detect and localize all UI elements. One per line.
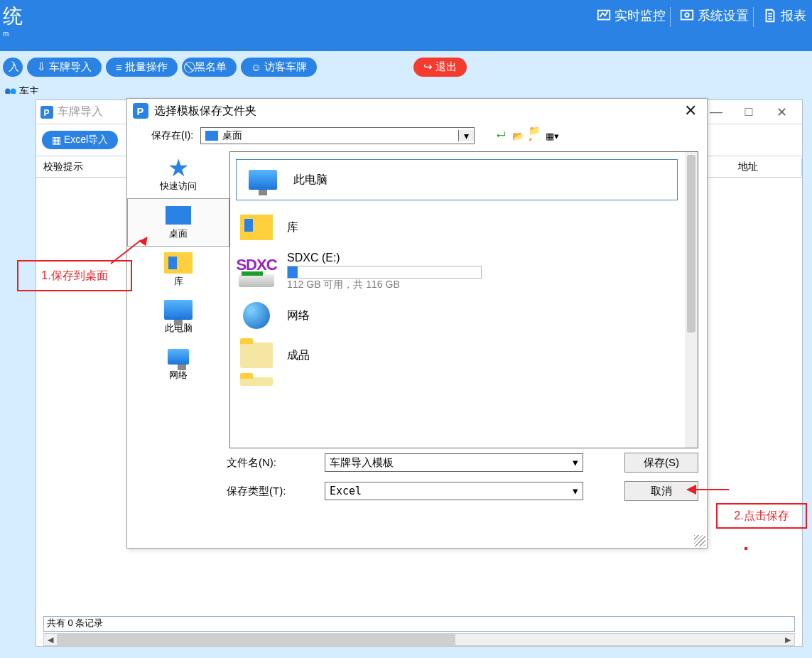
annotation-dot (745, 547, 747, 550)
annotation-text: 2.点击保存 (734, 509, 789, 524)
monitor-icon (242, 164, 283, 195)
menu-realtime-monitor[interactable]: 实时监控 (596, 7, 666, 24)
scroll-left-arrow[interactable]: ◀ (44, 635, 57, 644)
menu-label: 报表 (781, 7, 806, 24)
nav-icon-group: ⮠ 📂 📁* ▦▾ (494, 130, 558, 141)
app-header: 统 m 实时监控 系统设置 报表 (0, 0, 812, 51)
item-label: SDXC (E:) (287, 252, 482, 264)
scroll-thumb[interactable] (57, 634, 455, 645)
excel-import-button[interactable]: ▦ Excel导入 (42, 131, 118, 149)
title-text: 统 (3, 5, 23, 27)
list-icon: ≡ (116, 61, 122, 73)
button-label: Excel导入 (64, 134, 108, 146)
storage-bar (287, 266, 482, 279)
dialog-title: 选择模板保存文件夹 (154, 104, 256, 119)
pill-label: 批量操作 (125, 60, 168, 74)
save-in-value: 桌面 (222, 129, 458, 142)
settings-grid-icon (679, 8, 695, 23)
filename-input[interactable]: 车牌导入模板 ▾ (325, 453, 583, 472)
up-folder-icon[interactable]: 📂 (511, 130, 524, 141)
new-folder-icon[interactable]: 📁* (529, 130, 541, 141)
place-this-pc[interactable]: 此电脑 (127, 293, 229, 340)
pill-visitor[interactable]: ☺ 访客车牌 (241, 58, 317, 77)
place-label: 快速访问 (160, 180, 197, 193)
divider (670, 7, 671, 27)
pill-label: 黑名单 (195, 60, 227, 74)
exit-icon: ↪ (423, 60, 433, 73)
pill-exit[interactable]: ↪ 退出 (413, 58, 467, 77)
item-truncated[interactable] (230, 375, 698, 388)
view-menu-icon[interactable]: ▦▾ (546, 130, 558, 141)
svg-text:P: P (137, 106, 144, 117)
monitor-icon (163, 298, 194, 322)
star-icon: ★ (163, 156, 194, 180)
filetype-value: Excel (330, 485, 362, 497)
item-label: 网络 (287, 308, 310, 323)
item-product-folder[interactable]: 成品 (230, 335, 698, 375)
globe-icon (236, 300, 277, 331)
item-sdxc-drive[interactable]: SDXC SDXC (E:) 112 GB 可用，共 116 GB (230, 247, 698, 296)
filetype-select[interactable]: Excel ▾ (325, 482, 583, 500)
places-bar: ★ 快速访问 桌面 库 此电脑 网络 (127, 151, 229, 448)
sdxc-drive-icon: SDXC (236, 256, 277, 287)
save-in-combo[interactable]: 桌面 ▾ (200, 127, 475, 144)
place-libraries[interactable]: 库 (127, 247, 229, 293)
parking-logo-icon: P (40, 106, 53, 119)
download-icon: ⇩ (37, 60, 46, 73)
network-icon (163, 345, 194, 369)
item-libraries[interactable]: 库 (230, 207, 698, 247)
chevron-down-icon[interactable]: ▾ (573, 485, 578, 497)
document-icon (762, 8, 778, 23)
save-template-dialog: P 选择模板保存文件夹 ✕ 保存在(I): 桌面 ▾ ⮠ 📂 📁* ▦▾ ★ (126, 98, 708, 549)
annotation-save-to-desktop: 1.保存到桌面 (17, 260, 132, 291)
menu-report[interactable]: 报表 (762, 7, 806, 24)
item-label: 库 (287, 220, 298, 235)
record-count-footer: 共有 0 条记录 (43, 616, 795, 632)
desktop-icon (205, 131, 218, 141)
pill-batch[interactable]: ≡ 批量操作 (106, 58, 178, 77)
place-quick-access[interactable]: ★ 快速访问 (127, 151, 229, 198)
dialog-close-button[interactable]: ✕ (680, 102, 701, 120)
filetype-row: 保存类型(T): Excel ▾ 取消 (127, 477, 707, 505)
pill-blacklist[interactable]: ⃠ 黑名单 (182, 58, 237, 77)
svg-rect-1 (681, 11, 693, 20)
app-title-fragment: 统 m (3, 3, 23, 38)
desktop-icon (163, 203, 194, 227)
item-this-pc[interactable]: 此电脑 (236, 159, 678, 200)
pill-unknown-first[interactable]: 入 (3, 58, 23, 77)
save-button[interactable]: 保存(S) (624, 453, 698, 473)
chart-icon (596, 8, 612, 23)
col-check[interactable]: 校验提示 (36, 158, 129, 176)
pill-plate-import[interactable]: ⇩ 车牌导入 (27, 58, 102, 77)
horizontal-scrollbar[interactable]: ◀ ▶ (43, 633, 795, 646)
menu-label: 实时监控 (615, 7, 666, 24)
storage-subtext: 112 GB 可用，共 116 GB (287, 279, 482, 291)
maximize-button[interactable]: □ (732, 101, 765, 124)
filename-label: 文件名(N): (227, 456, 310, 470)
workspace: P 车牌导入 — □ ✕ ▦ Excel导入 校验提示 地址 共有 0 条记录 … (0, 94, 812, 658)
vertical-scrollbar[interactable] (685, 152, 698, 448)
pill-label: 车牌导入 (49, 60, 92, 74)
dialog-titlebar: P 选择模板保存文件夹 ✕ (127, 99, 707, 123)
place-network[interactable]: 网络 (127, 340, 229, 387)
menu-system-settings[interactable]: 系统设置 (679, 7, 749, 24)
close-button[interactable]: ✕ (765, 101, 798, 124)
back-icon[interactable]: ⮠ (494, 130, 507, 141)
file-listing[interactable]: 此电脑 库 SDXC SDXC (E:) 112 GB 可用，共 116 GB (229, 151, 698, 448)
parking-logo-icon: P (133, 103, 148, 119)
save-in-label: 保存在(I): (151, 129, 193, 142)
svg-text:P: P (44, 107, 50, 117)
chevron-down-icon[interactable]: ▾ (573, 456, 578, 469)
subtitle-text: m (3, 30, 23, 38)
annotation-text: 1.保存到桌面 (41, 269, 107, 284)
table-icon: ▦ (52, 134, 61, 146)
scroll-right-arrow[interactable]: ▶ (781, 635, 794, 644)
item-network[interactable]: 网络 (230, 296, 698, 335)
resize-grip[interactable] (694, 535, 705, 546)
button-label: 取消 (651, 485, 672, 498)
col-address[interactable]: 地址 (731, 158, 802, 176)
place-label: 桌面 (169, 227, 188, 240)
filename-value: 车牌导入模板 (330, 456, 394, 470)
chevron-down-icon[interactable]: ▾ (458, 130, 474, 141)
place-label: 网络 (169, 369, 188, 382)
